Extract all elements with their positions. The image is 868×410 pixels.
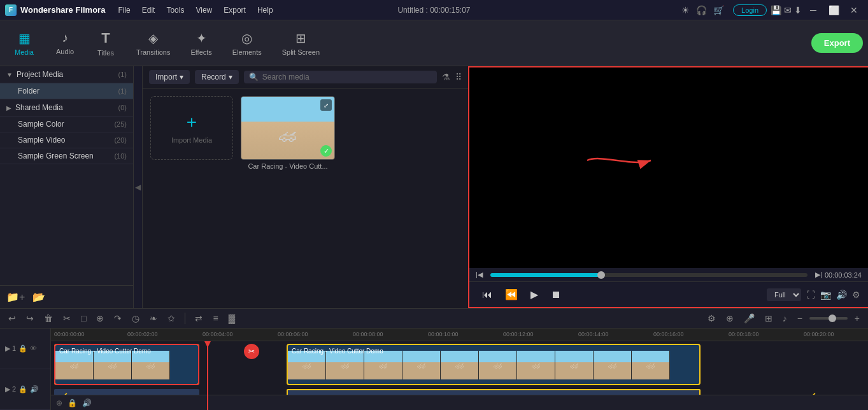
scissors-icon: ✂ [244,344,259,359]
play-button[interactable]: ▶ [525,286,543,303]
headphone-icon[interactable]: 🎧 [696,5,707,15]
menu-tools[interactable]: Tools [161,3,189,17]
color-btn[interactable]: ▓ [225,311,238,325]
toolbar-effects[interactable]: ✦ Effects [181,27,220,60]
toolbar-elements[interactable]: ◎ Elements [224,27,271,60]
record-dropdown-arrow[interactable]: ▾ [229,73,232,81]
stop-button[interactable]: ⏹ [546,286,566,303]
mic-btn[interactable]: 🎤 [741,311,758,325]
minus-zoom-btn[interactable]: − [794,311,806,325]
video-btn[interactable]: ≡ [210,311,221,325]
track-labels: ▶ 1 🔒 👁 ▶ 2 🔒 🔊 [0,329,51,410]
frame-2-10: 🏎 [632,351,670,379]
project-media-count: (1) [118,71,127,78]
mail-icon[interactable]: ✉ [784,5,792,15]
add-track-btn[interactable]: ⊕ [723,311,737,325]
shared-media-title: Shared Media [15,103,118,112]
collapse-handle[interactable]: ◀ [134,66,143,308]
minimize-button[interactable]: ─ [804,4,822,17]
sample-color-item[interactable]: Sample Color (25) [0,117,133,132]
plus-icon: + [187,112,197,132]
grid-view-icon[interactable]: ⠿ [455,72,462,82]
zoom-thumb[interactable] [829,315,836,322]
eye-icon-1[interactable]: 👁 [30,344,37,353]
cart-icon[interactable]: 🛒 [713,5,724,15]
toolbar-media[interactable]: ▦ Media [5,27,43,60]
expand-icon[interactable]: ⤢ [320,99,332,111]
import-placeholder[interactable]: + Import Media [150,96,233,160]
add-media-icon[interactable]: ⊕ [56,399,62,407]
project-media-header[interactable]: ▼ Project Media (1) [0,66,133,83]
screenshot-icon[interactable]: 📷 [820,290,831,300]
menu-file[interactable]: File [113,3,135,17]
save-icon[interactable]: 💾 [771,5,781,15]
fullscreen-icon[interactable]: ⛶ [806,290,815,300]
download-icon[interactable]: ⬇ [794,5,802,15]
sample-green-screen-item[interactable]: Sample Green Screen (10) [0,148,133,164]
import-button[interactable]: Import ▾ [149,70,190,84]
music-btn[interactable]: ♪ [779,311,790,325]
video-track-2[interactable]: Car Racing - Video Cutter Demo 🏎 🏎 🏎 🏎 🏎… [287,344,701,385]
menu-export[interactable]: Export [218,3,251,17]
copy-button[interactable]: □ [78,311,89,325]
delete-button[interactable]: 🗑 [41,311,56,325]
toolbar-audio-label: Audio [56,48,74,55]
login-button[interactable]: Login [733,4,767,16]
folder-item[interactable]: Folder (1) [0,83,133,99]
toolbar-media-label: Media [15,48,34,56]
settings-btn[interactable]: ⚙ [704,311,719,325]
folder-open-button[interactable]: 📂 [32,291,45,303]
settings-icon[interactable]: ⚙ [852,290,860,300]
menu-view[interactable]: View [190,3,217,17]
sample-green-screen-count: (10) [114,152,127,160]
playhead[interactable] [207,341,208,410]
toolbar-split-screen-label: Split Screen [282,48,320,56]
lock-icon-2[interactable]: 🔒 [18,385,27,393]
rewind-to-start-button[interactable]: ⏮ [477,286,497,303]
video-track-1[interactable]: Car Racing - Video Cutter Demo 🏎 🏎 🏎 [54,344,199,385]
menu-help[interactable]: Help [252,3,278,17]
audio-button[interactable]: ⇄ [192,311,206,325]
transition-btn[interactable]: ⊞ [762,311,776,325]
sample-video-item[interactable]: Sample Video (20) [0,132,133,148]
toolbar-transitions[interactable]: ◈ Transitions [127,27,179,60]
sun-icon[interactable]: ☀ [681,5,690,15]
toolbar-split-screen[interactable]: ⊞ Split Screen [273,27,329,60]
menu-edit[interactable]: Edit [137,3,160,17]
add-folder-button[interactable]: 📁+ [6,291,25,303]
export-button[interactable]: Export [811,33,863,53]
mute-all-icon[interactable]: 🔊 [82,399,92,407]
record-button[interactable]: Record ▾ [195,70,239,84]
rewind-button[interactable]: ⏪ [500,286,523,303]
progress-thumb[interactable] [597,271,605,279]
stabilize-button[interactable]: ✩ [164,311,178,325]
close-button[interactable]: ✕ [845,4,863,17]
zoom-slider[interactable] [809,317,848,320]
import-dropdown-arrow[interactable]: ▾ [180,73,183,81]
sample-video-count: (20) [114,136,127,144]
frame-2-5: 🏎 [441,351,479,379]
undo-button[interactable]: ↩ [5,311,19,325]
speed-button[interactable]: ◷ [129,311,143,325]
lock-icon-1[interactable]: 🔒 [18,344,27,353]
toolbar-titles[interactable]: T Titles [87,26,125,60]
media-item-car-racing[interactable]: ⤢ ✓ Car Racing - Video Cutt... [241,96,335,170]
filter-icon[interactable]: ⚗ [442,72,450,82]
volume-icon-2[interactable]: 🔊 [30,385,39,393]
crop-button[interactable]: ⊕ [93,311,107,325]
redo-button[interactable]: ↪ [23,311,37,325]
volume-icon[interactable]: 🔊 [836,290,847,300]
progress-container[interactable] [490,273,808,277]
toolbar-audio[interactable]: ♪ Audio [46,27,84,59]
cut-button[interactable]: ✂ [60,311,74,325]
shared-media-header[interactable]: ▶ Shared Media (0) [0,99,133,117]
maximize-button[interactable]: ⬜ [825,4,843,17]
lock-all-icon[interactable]: 🔒 [68,399,77,407]
quality-selector[interactable]: Full [767,288,801,301]
search-input[interactable] [262,73,432,81]
rotate-button[interactable]: ↷ [111,311,125,325]
plus-zoom-btn[interactable]: + [851,311,863,325]
sample-color-title: Sample Color [18,120,114,129]
prev-frame-icon: |◀ [476,271,483,279]
animation-button[interactable]: ❧ [146,311,160,325]
